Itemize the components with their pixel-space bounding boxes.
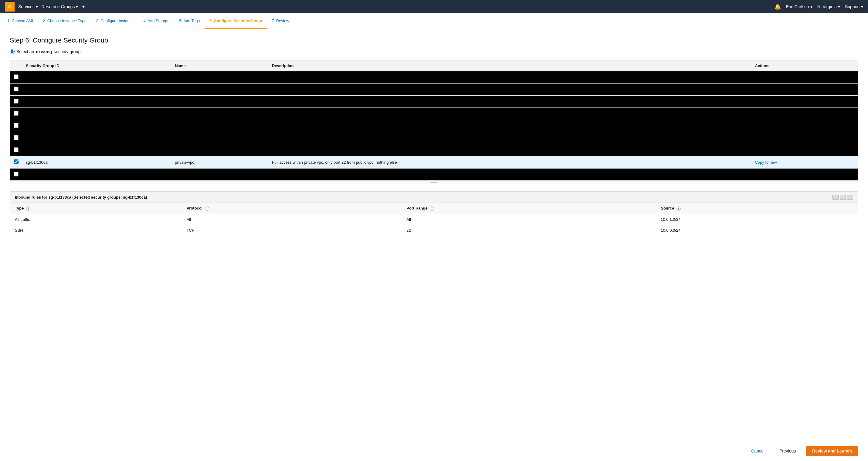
table-row[interactable]	[10, 144, 858, 156]
previous-button[interactable]: Previous	[773, 446, 802, 456]
radio-option-existing: Select an existing security group	[10, 49, 858, 54]
resource-groups-menu[interactable]: Resource Groups ▾	[41, 4, 78, 9]
region-menu[interactable]: N. Virginia ▾	[817, 4, 840, 9]
wizard-step-6[interactable]: 6. Configure Security Group	[205, 13, 267, 29]
rule-type: All traffic	[10, 214, 182, 225]
col-type: Type i	[10, 203, 182, 214]
radio-existing[interactable]	[10, 49, 14, 54]
support-menu[interactable]: Support ▾	[845, 4, 863, 9]
table-row[interactable]	[10, 132, 858, 144]
services-menu[interactable]: Services ▾	[18, 4, 38, 9]
main-content: Step 6: Configure Security Group Select …	[0, 29, 868, 461]
navbar-left: ⬡ Services ▾ Resource Groups ▾ ✦	[5, 2, 85, 11]
rule-source: 10.0.0.0/24	[656, 225, 858, 236]
wizard-step-1[interactable]: 1. Choose AMI	[7, 13, 38, 29]
rule-port-range: All	[402, 214, 656, 225]
row-checkbox[interactable]	[14, 147, 19, 152]
row-checkbox[interactable]	[14, 111, 19, 116]
row-checkbox-cell	[10, 71, 22, 84]
row-checkbox-cell	[10, 169, 22, 181]
row-actions: Copy to new	[751, 156, 858, 169]
row-checkbox-cell	[10, 108, 22, 120]
radio-label-prefix: Select an	[17, 49, 34, 54]
col-source: Source i	[656, 203, 858, 214]
type-info-icon[interactable]: i	[26, 206, 30, 211]
resize-handle[interactable]	[10, 181, 858, 184]
row-sg-id: sg-b1f130ca	[22, 156, 171, 169]
review-and-launch-button[interactable]: Review and Launch	[806, 446, 858, 456]
resize-dot-2	[433, 182, 435, 183]
table-row[interactable]	[10, 96, 858, 108]
view-icon-3[interactable]	[847, 195, 853, 200]
user-menu[interactable]: Eric Carlson ▾	[786, 4, 812, 9]
table-row[interactable]	[10, 120, 858, 132]
radio-label-bold: existing	[36, 49, 52, 54]
row-checkbox-cell	[10, 120, 22, 132]
inbound-header-row: Type i Protocol i Port Range i Source i	[10, 203, 858, 214]
user-chevron: ▾	[810, 4, 812, 9]
col-description: Description	[268, 60, 751, 71]
protocol-info-icon[interactable]: i	[205, 206, 209, 211]
row-checkbox-cell	[10, 144, 22, 156]
navbar-right: 🔔 Eric Carlson ▾ N. Virginia ▾ Support ▾	[774, 3, 863, 10]
wizard-step-3[interactable]: 3. Configure Instance	[91, 13, 139, 29]
table-row[interactable]	[10, 84, 858, 96]
row-checkbox[interactable]	[14, 75, 19, 79]
copy-to-new-link[interactable]: Copy to new	[755, 160, 777, 165]
wizard-steps: 1. Choose AMI 2. Choose Instance Type 3.…	[0, 13, 868, 29]
region-chevron: ▾	[838, 4, 840, 9]
resize-dot-1	[431, 182, 432, 183]
security-group-table: Security Group ID Name Description Actio…	[10, 60, 858, 181]
table-row[interactable]	[10, 108, 858, 120]
wizard-step-7[interactable]: 7. Review	[267, 13, 294, 29]
col-port-range: Port Range i	[402, 203, 656, 214]
services-label: Services	[18, 4, 35, 9]
row-checkbox[interactable]	[14, 135, 19, 140]
pin-icon[interactable]: ✦	[82, 4, 85, 9]
radio-label-suffix: security group	[54, 49, 81, 54]
notifications-icon[interactable]: 🔔	[774, 3, 781, 10]
inbound-rules-section: Inbound rules for sg-b1f130ca (Selected …	[10, 191, 858, 236]
cancel-button[interactable]: Cancel	[746, 446, 769, 456]
support-chevron: ▾	[861, 4, 863, 9]
rule-protocol: TCP	[182, 225, 402, 236]
security-group-table-wrapper: Security Group ID Name Description Actio…	[10, 60, 858, 181]
row-description: Full access within private vpc, only por…	[268, 156, 751, 169]
svg-text:⬡: ⬡	[8, 5, 11, 8]
port-range-info-icon[interactable]: i	[430, 206, 434, 211]
wizard-step-5[interactable]: 5. Add Tags	[174, 13, 205, 29]
wizard-step-4[interactable]: 4. Add Storage	[138, 13, 174, 29]
table-row[interactable]	[10, 169, 858, 181]
resize-dot-3	[436, 182, 437, 183]
row-checkbox[interactable]	[14, 99, 19, 104]
row-checkbox[interactable]	[14, 172, 19, 176]
col-checkbox	[10, 60, 22, 71]
row-checkbox[interactable]	[14, 160, 19, 164]
table-row[interactable]: sg-b1f130ca private-vpc Full access with…	[10, 156, 858, 169]
row-checkbox[interactable]	[14, 87, 19, 91]
col-name: Name	[171, 60, 268, 71]
col-actions: Actions	[751, 60, 858, 71]
services-chevron: ▾	[36, 4, 38, 9]
rule-port-range: 22	[402, 225, 656, 236]
top-navbar: ⬡ Services ▾ Resource Groups ▾ ✦ 🔔 Eric …	[0, 0, 868, 13]
inbound-rules-table: Type i Protocol i Port Range i Source i	[10, 203, 858, 236]
inbound-title: Inbound rules for sg-b1f130ca (Selected …	[15, 195, 147, 200]
user-label: Eric Carlson	[786, 4, 809, 9]
region-label: N. Virginia	[817, 4, 837, 9]
inbound-rule-row: SSH TCP 22 10.0.0.0/24	[10, 225, 858, 236]
table-row[interactable]	[10, 71, 858, 84]
source-info-icon[interactable]: i	[677, 206, 681, 211]
row-checkbox[interactable]	[14, 123, 19, 128]
inbound-header: Inbound rules for sg-b1f130ca (Selected …	[10, 192, 858, 203]
page-title: Step 6: Configure Security Group	[10, 36, 858, 44]
row-checkbox-cell	[10, 84, 22, 96]
view-icon-1[interactable]	[833, 195, 839, 200]
inbound-rule-row: All traffic All All 10.0.1.0/24	[10, 214, 858, 225]
col-protocol: Protocol i	[182, 203, 402, 214]
view-icon-2[interactable]	[840, 195, 846, 200]
resource-groups-chevron: ▾	[76, 4, 78, 9]
row-checkbox-cell	[10, 156, 22, 169]
view-icons	[833, 195, 853, 200]
wizard-step-2[interactable]: 2. Choose Instance Type	[38, 13, 91, 29]
